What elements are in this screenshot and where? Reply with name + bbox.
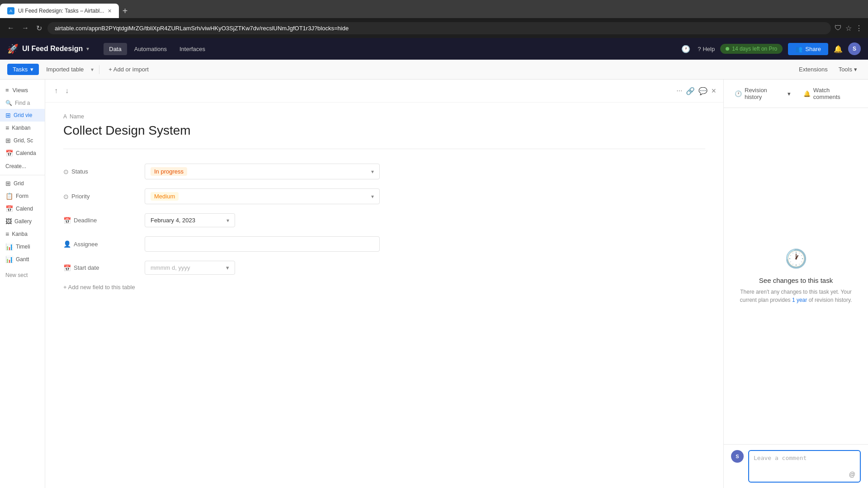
views-label: Views [13, 87, 28, 94]
history-desc-after: of revision history. [807, 297, 852, 303]
revision-history-year-link[interactable]: 1 year [792, 297, 807, 303]
priority-label-text: Priority [71, 193, 90, 200]
reload-button[interactable]: ↻ [34, 22, 44, 34]
sidebar-item-kanban[interactable]: ≡ Kanban [0, 122, 45, 134]
extensions-button[interactable]: Extensions [795, 64, 831, 75]
forward-button[interactable]: → [20, 22, 31, 34]
create-label: Create... [5, 163, 26, 169]
at-mention-icon[interactable]: @ [849, 471, 855, 478]
nav-item-data[interactable]: Data [104, 43, 127, 55]
help-label: Help [703, 46, 715, 52]
add-import-label: + Add or import [108, 66, 149, 73]
tab-close-button[interactable]: × [108, 7, 112, 14]
add-new-field-button[interactable]: + Add new field to this table [63, 284, 705, 291]
sidebar-item-gallery-label: Gallery [14, 218, 32, 225]
sidebar-item-grid2[interactable]: ⊞ Grid [0, 177, 45, 190]
timeline-icon: 📊 [5, 243, 13, 250]
deadline-chevron-icon: ▾ [226, 217, 229, 224]
tab-title: UI Feed Redesign: Tasks – Airtabl... [18, 8, 104, 14]
watch-bell-icon: 🔔 [803, 90, 811, 97]
record-link-icon[interactable]: 🔗 [686, 87, 695, 95]
create-button[interactable]: Create... [0, 160, 45, 173]
sidebar-item-grid-sc[interactable]: ⊞ Grid, Sc [0, 134, 45, 147]
right-panel-history-content: 🕐 See changes to this task There aren't … [724, 108, 868, 444]
sidebar-item-calendar[interactable]: 📅 Calenda [0, 147, 45, 160]
pro-badge-label: 14 days left on Pro [732, 46, 777, 52]
back-button[interactable]: ← [5, 22, 16, 34]
record-title[interactable]: Collect Design System [63, 123, 705, 149]
tasks-tab[interactable]: Tasks ▾ [7, 64, 39, 75]
deadline-field-value[interactable]: February 4, 2023 ▾ [145, 213, 705, 227]
new-section-button[interactable]: New sect [0, 269, 45, 281]
start-date-chevron-icon: ▾ [226, 264, 229, 271]
nav-item-interfaces[interactable]: Interfaces [174, 43, 211, 55]
find-view-search[interactable]: 🔍 Find a [0, 97, 45, 109]
imported-table-chevron-icon[interactable]: ▾ [91, 66, 94, 73]
help-button[interactable]: ? Help [698, 46, 715, 52]
record-nav-up-button[interactable]: ↑ [52, 85, 60, 97]
watch-comments-tab[interactable]: 🔔 Watch comments [800, 85, 861, 102]
record-comment-icon[interactable]: 💬 [698, 87, 708, 95]
watch-comments-label: Watch comments [813, 87, 857, 100]
tools-button[interactable]: Tools ▾ [835, 64, 861, 75]
gantt-icon: 📊 [5, 256, 13, 263]
history-icon-button[interactable]: 🕐 [679, 43, 692, 55]
shield-icon: 🛡 [835, 24, 842, 32]
assignee-field-row: 👤 Assignee [63, 236, 705, 252]
active-tab[interactable]: A UI Feed Redesign: Tasks – Airtabl... × [0, 4, 119, 18]
imported-table-tab[interactable]: Imported table [42, 64, 87, 75]
sidebar-views-header[interactable]: ≡ Views [0, 83, 45, 97]
sidebar-item-grid-label: Grid vie [14, 112, 32, 118]
help-question-icon: ? [698, 46, 701, 52]
notifications-bell-icon[interactable]: 🔔 [834, 45, 843, 53]
nav-item-automations[interactable]: Automations [129, 43, 172, 55]
right-panel-comment-area: S @ [724, 444, 868, 488]
sidebar-item-form[interactable]: 📋 Form [0, 190, 45, 202]
sidebar-item-grid-sc-label: Grid, Sc [14, 137, 33, 144]
sidebar-item-kanban-label: Kanban [12, 125, 30, 131]
sidebar-item-timeline[interactable]: 📊 Timeli [0, 240, 45, 253]
start-date-field-row: 📅 Start date mmmm d, yyyy ▾ [63, 261, 705, 275]
share-button[interactable]: 👥 Share [788, 43, 828, 55]
calendar2-icon: 📅 [5, 205, 13, 212]
status-field-row: ⊙ Status In progress ▾ [63, 164, 705, 179]
right-panel-header: 🕐 Revision history ▾ 🔔 Watch comments [724, 80, 868, 108]
deadline-label-text: Deadline [74, 217, 97, 224]
priority-dropdown-chevron-icon: ▾ [371, 193, 374, 200]
sidebar-item-gantt[interactable]: 📊 Gantt [0, 253, 45, 266]
sidebar-item-calendar-label: Calenda [16, 150, 36, 156]
sidebar-item-kanban2[interactable]: ≡ Kanba [0, 228, 45, 240]
record-more-options-icon[interactable]: ··· [676, 87, 682, 95]
status-field-value[interactable]: In progress ▾ [145, 164, 705, 179]
status-field-icon: ⊙ [63, 168, 69, 175]
app-name-chevron-icon[interactable]: ▾ [86, 46, 89, 52]
comment-input-wrapper[interactable]: @ [748, 450, 861, 483]
comment-textarea[interactable] [754, 455, 855, 468]
address-bar-input[interactable] [47, 22, 831, 34]
revision-history-tab[interactable]: 🕐 Revision history ▾ [731, 85, 794, 102]
hamburger-icon: ≡ [5, 87, 9, 94]
priority-field-label: ⊙ Priority [63, 193, 145, 200]
sidebar-item-grid-view[interactable]: ⊞ Grid vie [0, 109, 45, 122]
sidebar-item-gallery[interactable]: 🖼 Gallery [0, 215, 45, 228]
start-date-field-value[interactable]: mmmm d, yyyy ▾ [145, 261, 705, 275]
sidebar-item-kanban2-label: Kanba [12, 231, 28, 237]
assignee-field-value[interactable] [145, 236, 705, 252]
browser-menu-icon[interactable]: ⋮ [855, 24, 863, 33]
record-close-button[interactable]: × [711, 86, 716, 96]
sidebar-divider [0, 175, 45, 175]
tools-chevron-icon: ▾ [854, 66, 857, 73]
priority-field-value[interactable]: Medium ▾ [145, 188, 705, 204]
sidebar-item-calendar2[interactable]: 📅 Calend [0, 202, 45, 215]
pro-badge[interactable]: 14 days left on Pro [720, 44, 783, 54]
sidebar-item-calendar2-label: Calend [16, 206, 33, 212]
toolbar-divider [99, 65, 99, 74]
grid-sc-icon: ⊞ [5, 137, 11, 144]
add-or-import-button[interactable]: + Add or import [105, 64, 152, 75]
new-tab-button[interactable]: + [119, 4, 132, 18]
history-title: See changes to this task [759, 277, 833, 284]
star-icon[interactable]: ☆ [845, 24, 852, 33]
user-avatar[interactable]: S [848, 42, 861, 55]
record-nav-down-button[interactable]: ↓ [63, 85, 71, 97]
status-badge: In progress [151, 167, 187, 176]
